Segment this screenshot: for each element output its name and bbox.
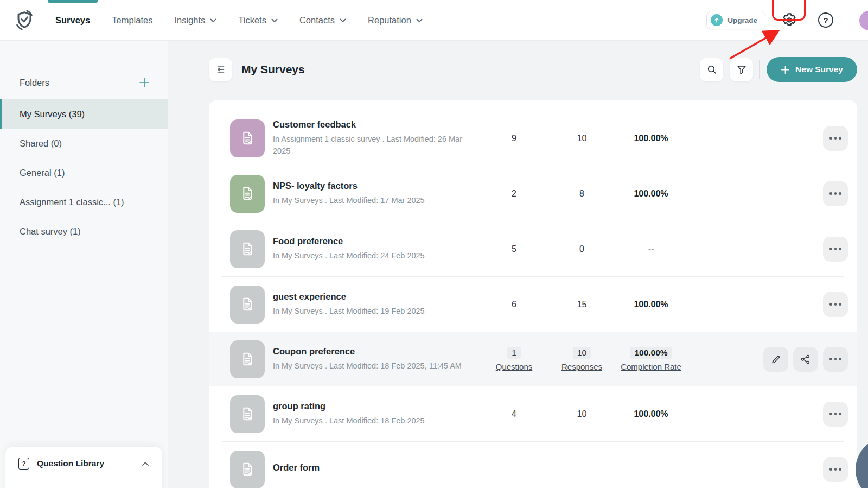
more-actions-icon[interactable] [823, 181, 848, 206]
sidebar-item-shared[interactable]: Shared (0) [0, 129, 168, 158]
survey-row-coupon-preference[interactable]: Coupon preference In My Surveys . Last M… [209, 332, 857, 386]
survey-row-customer-feedback[interactable]: Customer feedback In Assignment 1 classi… [209, 111, 857, 166]
responses-link[interactable]: Responses [548, 362, 616, 371]
completion-rate: 100.00% [616, 189, 686, 199]
chevron-down-icon [210, 18, 216, 23]
search-icon[interactable] [700, 58, 723, 81]
survey-info: group rating In My Surveys . Last Modifi… [273, 401, 475, 427]
app-logo-icon[interactable] [13, 9, 36, 31]
survey-row-food-preference[interactable]: Food preference In My Surveys . Last Mod… [209, 221, 857, 276]
nav-label: Templates [112, 15, 152, 26]
add-folder-button[interactable] [138, 77, 150, 88]
sidebar-item-my-surveys[interactable]: My Surveys (39) [0, 99, 168, 129]
nav-tab-insights[interactable]: Insights [174, 0, 216, 41]
more-actions-icon[interactable] [823, 457, 848, 482]
survey-title[interactable]: Customer feedback [273, 119, 475, 130]
questions-count: 9 [480, 134, 548, 143]
upgrade-button[interactable]: Upgrade [706, 11, 765, 29]
help-icon[interactable]: ? [818, 12, 833, 28]
survey-title[interactable]: Food preference [273, 236, 475, 246]
upgrade-label: Upgrade [727, 16, 757, 24]
completion-badge: 100.00% [630, 347, 672, 359]
responses-count: 10 [548, 134, 616, 143]
collapse-sidebar-icon[interactable] [209, 58, 232, 81]
survey-row-guest-experience[interactable]: guest experience In My Surveys . Last Mo… [209, 277, 857, 332]
upgrade-arrow-icon [711, 14, 723, 26]
row-actions [823, 292, 848, 317]
nav-tab-tickets[interactable]: Tickets [238, 0, 278, 41]
survey-stats: 5 0 -- [480, 244, 686, 254]
chevron-down-icon [416, 18, 423, 23]
survey-stats: 1 Questions 10 Responses 100.00% Complet… [480, 347, 686, 371]
survey-meta: In My Surveys . Last Modified: 17 Mar 20… [273, 195, 475, 206]
survey-list-card: Customer feedback In Assignment 1 classi… [209, 100, 857, 488]
survey-title[interactable]: guest experience [273, 291, 475, 302]
question-library-panel[interactable]: ? Question Library [5, 447, 162, 488]
chevron-up-icon[interactable] [142, 461, 149, 466]
user-avatar[interactable] [858, 10, 868, 31]
nav-tab-templates[interactable]: Templates [112, 0, 152, 41]
folder-label: Assignment 1 classic... (1) [20, 197, 124, 207]
completion-rate: 100.00% [616, 409, 686, 419]
survey-stats: 6 15 100.00% [480, 300, 686, 309]
questions-count: 4 [480, 409, 548, 419]
nav-tab-reputation[interactable]: Reputation [368, 0, 423, 41]
share-icon[interactable] [793, 347, 818, 372]
sidebar-item-assignment-1-classic[interactable]: Assignment 1 classic... (1) [0, 187, 168, 217]
row-actions [763, 347, 848, 372]
sidebar-item-chat-survey[interactable]: Chat survey (1) [0, 217, 168, 246]
completion-rate-link[interactable]: Completion Rate [616, 362, 686, 371]
chevron-down-icon [340, 18, 346, 23]
responses-count: 15 [548, 300, 616, 309]
row-actions [823, 126, 848, 151]
survey-doc-icon [230, 340, 265, 378]
more-actions-icon[interactable] [823, 347, 848, 372]
survey-doc-icon [230, 175, 265, 213]
more-actions-icon[interactable] [823, 237, 848, 262]
questions-count: 1 Questions [480, 347, 548, 371]
new-survey-label: New Survey [795, 65, 843, 74]
nav-tab-contacts[interactable]: Contacts [299, 0, 346, 41]
header-actions: New Survey [693, 57, 857, 82]
survey-row-order-form[interactable]: Order form [209, 442, 857, 488]
survey-row-nps-loyalty-factors[interactable]: NPS- loyalty factors In My Surveys . Las… [209, 166, 857, 221]
nav-label: Insights [174, 15, 205, 26]
responses-count: 10 Responses [548, 347, 616, 371]
new-survey-button[interactable]: New Survey [767, 57, 857, 82]
question-library-label: Question Library [37, 459, 104, 468]
nav-tab-surveys[interactable]: Surveys [55, 0, 90, 41]
more-actions-icon[interactable] [823, 126, 848, 151]
folders-header: Folders [0, 41, 168, 88]
survey-title[interactable]: Order form [273, 462, 475, 473]
chevron-down-icon [271, 18, 278, 23]
question-library-book-icon: ? [18, 458, 29, 470]
folder-label: My Surveys (39) [20, 109, 85, 119]
survey-info: Customer feedback In Assignment 1 classi… [273, 119, 475, 156]
nav-label: Contacts [299, 15, 335, 26]
row-actions [823, 181, 848, 206]
survey-info: Order form [273, 462, 475, 477]
survey-title[interactable]: Coupon preference [273, 346, 475, 357]
survey-stats: 9 10 100.00% [480, 134, 686, 143]
survey-title[interactable]: group rating [273, 401, 475, 411]
sidebar-item-general[interactable]: General (1) [0, 158, 168, 187]
more-actions-icon[interactable] [823, 402, 848, 427]
settings-gear-icon[interactable] [781, 11, 798, 29]
survey-row-group-rating[interactable]: group rating In My Surveys . Last Modifi… [209, 386, 857, 441]
edit-icon[interactable] [763, 347, 788, 372]
top-navigation-bar: Surveys Templates Insights Tickets Conta… [0, 0, 868, 41]
survey-info: NPS- loyalty factors In My Surveys . Las… [273, 181, 475, 206]
questions-count: 2 [480, 189, 548, 199]
questions-link[interactable]: Questions [480, 362, 548, 371]
survey-meta: In My Surveys . Last Modified: 18 Feb 20… [273, 415, 475, 427]
folder-label: Shared (0) [20, 138, 62, 149]
survey-doc-icon [230, 286, 265, 324]
survey-stats: 4 10 100.00% [480, 409, 686, 419]
more-actions-icon[interactable] [823, 292, 848, 317]
completion-rate: 100.00% [616, 134, 686, 143]
responses-count: 8 [548, 189, 616, 199]
survey-info: Coupon preference In My Surveys . Last M… [273, 346, 475, 372]
filter-icon[interactable] [730, 58, 753, 81]
survey-title[interactable]: NPS- loyalty factors [273, 181, 475, 191]
main-header: My Surveys New Survey [209, 57, 857, 82]
